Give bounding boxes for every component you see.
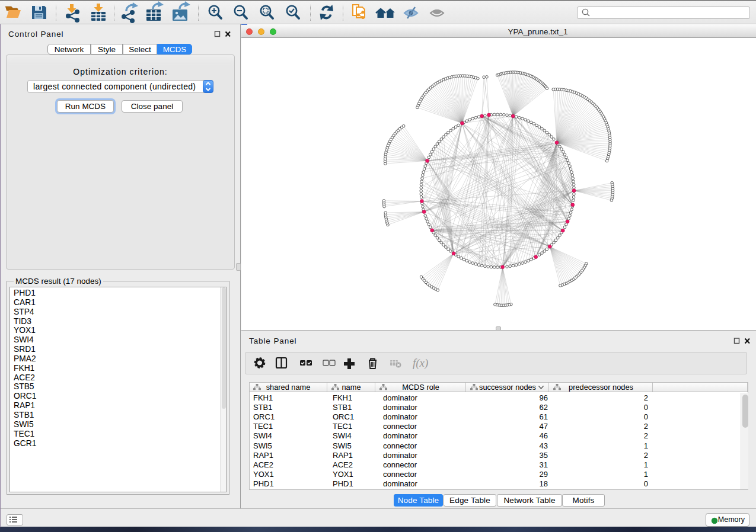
svg-text:f(x): f(x) <box>413 357 428 370</box>
